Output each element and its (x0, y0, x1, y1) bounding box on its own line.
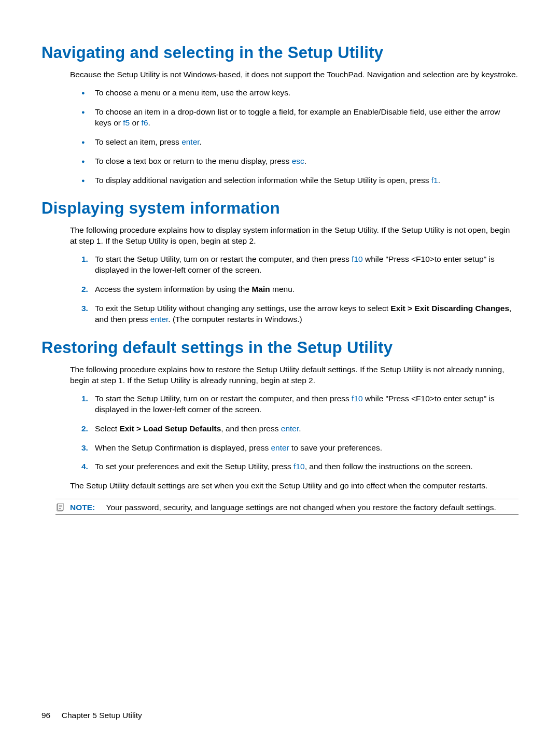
bullet-text: . (304, 157, 306, 165)
step-number: 2. (81, 284, 88, 295)
note-box: NOTE: Your password, security, and langu… (55, 502, 519, 513)
outro-text: The Setup Utility default settings are s… (70, 481, 519, 491)
bullet-text: . (200, 137, 202, 146)
list-item: To select an item, press enter. (81, 137, 519, 148)
note-separator-bottom (55, 514, 519, 515)
numbered-list: 1. To start the Setup Utility, turn on o… (70, 393, 519, 473)
step-text: To start the Setup Utility, turn on or r… (95, 255, 352, 263)
list-item: 2. Select Exit > Load Setup Defaults, an… (81, 424, 519, 434)
bullet-text: To choose a menu or a menu item, use the… (95, 88, 290, 97)
menu-path: Exit > Exit Discarding Changes (390, 304, 509, 313)
section2-body: The following procedure explains how to … (70, 225, 519, 325)
step-number: 2. (81, 424, 88, 434)
heading-navigating: Navigating and selecting in the Setup Ut… (41, 44, 519, 62)
bullet-text: To close a text box or return to the men… (95, 157, 292, 165)
bullet-text: . (148, 118, 150, 127)
key-f5: f5 (123, 118, 130, 127)
list-item: 2. Access the system information by usin… (81, 284, 519, 295)
step-text: Access the system information by using t… (95, 285, 251, 293)
list-item: To choose a menu or a menu item, use the… (81, 88, 519, 99)
step-number: 3. (81, 303, 88, 314)
key-esc: esc (292, 157, 304, 165)
chapter-label: Chapter 5 Setup Utility (62, 711, 142, 720)
step-text: menu. (270, 285, 295, 293)
bullet-text: . (438, 176, 440, 185)
key-enter: enter (181, 137, 199, 146)
step-text: When the Setup Confirmation is displayed… (95, 443, 271, 452)
step-text: . (The computer restarts in Windows.) (168, 315, 302, 324)
list-item: 1. To start the Setup Utility, turn on o… (81, 393, 519, 415)
page-footer: 96 Chapter 5 Setup Utility (41, 711, 142, 720)
menu-name: Main (251, 285, 270, 293)
intro-text: Because the Setup Utility is not Windows… (70, 69, 519, 80)
step-text: , and then follow the instructions on th… (305, 462, 473, 471)
step-number: 4. (81, 461, 88, 472)
list-item: To display additional navigation and sel… (81, 175, 519, 186)
step-text: To set your preferences and exit the Set… (95, 462, 293, 471)
bullet-text: To select an item, press (95, 137, 181, 146)
heading-restoring: Restoring default settings in the Setup … (41, 339, 519, 357)
section3-body: The following procedure explains how to … (70, 364, 519, 491)
step-text: , and then press (221, 424, 281, 433)
bullet-text: To display additional navigation and sel… (95, 176, 431, 185)
section-restoring: Restoring default settings in the Setup … (41, 339, 519, 515)
intro-text: The following procedure explains how to … (70, 225, 519, 247)
intro-text: The following procedure explains how to … (70, 364, 519, 386)
step-text: . (299, 424, 301, 433)
key-enter: enter (150, 315, 168, 324)
step-number: 1. (81, 393, 88, 404)
step-text: To start the Setup Utility, turn on or r… (95, 394, 352, 403)
note-icon (55, 503, 65, 512)
key-enter: enter (281, 424, 299, 433)
list-item: To choose an item in a drop-down list or… (81, 107, 519, 129)
numbered-list: 1. To start the Setup Utility, turn on o… (70, 254, 519, 325)
step-number: 1. (81, 254, 88, 265)
step-text: Select (95, 424, 119, 433)
key-f10: f10 (352, 394, 363, 403)
section-displaying: Displaying system information The follow… (41, 199, 519, 325)
menu-path: Exit > Load Setup Defaults (119, 424, 221, 433)
key-f1: f1 (431, 176, 438, 185)
key-f6: f6 (142, 118, 148, 127)
note-label: NOTE: (70, 503, 95, 512)
step-text: to save your preferences. (289, 443, 382, 452)
section1-body: Because the Setup Utility is not Windows… (70, 69, 519, 186)
key-f10: f10 (293, 462, 305, 471)
heading-displaying: Displaying system information (41, 199, 519, 218)
key-f10: f10 (352, 255, 363, 263)
note-separator-top (55, 499, 519, 499)
list-item: 4. To set your preferences and exit the … (81, 461, 519, 472)
list-item: 3. To exit the Setup Utility without cha… (81, 303, 519, 325)
step-text: To exit the Setup Utility without changi… (95, 304, 390, 313)
key-enter: enter (271, 443, 289, 452)
list-item: 1. To start the Setup Utility, turn on o… (81, 254, 519, 276)
page-number: 96 (41, 711, 50, 720)
step-number: 3. (81, 443, 88, 454)
list-item: To close a text box or return to the men… (81, 156, 519, 167)
bullet-text: To choose an item in a drop-down list or… (95, 107, 500, 127)
list-item: 3. When the Setup Confirmation is displa… (81, 443, 519, 454)
section-navigating: Navigating and selecting in the Setup Ut… (41, 44, 519, 186)
bullet-list: To choose a menu or a menu item, use the… (70, 88, 519, 186)
note-text: Your password, security, and language se… (106, 503, 496, 512)
bullet-text: or (130, 118, 141, 127)
